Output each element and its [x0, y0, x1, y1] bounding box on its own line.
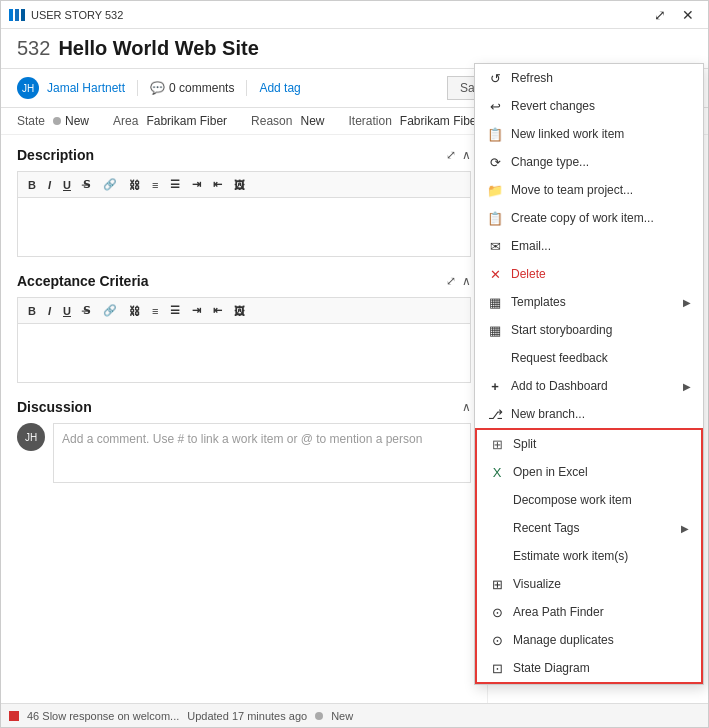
discussion-collapse-icon[interactable]: ∧: [462, 400, 471, 414]
area-value: Fabrikam Fiber: [146, 114, 227, 128]
feedback-icon: [487, 350, 503, 366]
visualize-icon: ⊞: [489, 576, 505, 592]
work-item-title: 532 Hello World Web Site: [17, 37, 692, 60]
estimate-icon: [489, 548, 505, 564]
menu-item-split[interactable]: ⊞ Split: [477, 430, 701, 458]
comments-button[interactable]: 💬 0 comments: [150, 81, 234, 95]
acc-ol-button[interactable]: ☰: [166, 302, 184, 319]
title-bar: USER STORY 532 ⤢ ✕: [1, 1, 708, 29]
menu-item-duplicates[interactable]: ⊙ Manage duplicates: [477, 626, 701, 654]
discussion-avatar: JH: [17, 423, 45, 451]
menu-item-open-excel[interactable]: X Open in Excel: [477, 458, 701, 486]
status-bar: 46 Slow response on welcom... Updated 17…: [1, 703, 708, 727]
acc-ul-button[interactable]: ≡: [148, 303, 162, 319]
comment-count: 0 comments: [169, 81, 234, 95]
indent-button[interactable]: ⇥: [188, 176, 205, 193]
outdent-button[interactable]: ⇤: [209, 176, 226, 193]
resize-icon[interactable]: ⤢: [446, 148, 456, 162]
menu-item-storyboarding[interactable]: ▦ Start storyboarding: [475, 316, 703, 344]
ul-button[interactable]: ≡: [148, 177, 162, 193]
acceptance-collapse-icon[interactable]: ∧: [462, 274, 471, 288]
iteration-value: Fabrikam Fiber: [400, 114, 481, 128]
state-text: New: [65, 114, 89, 128]
menu-label-decompose: Decompose work item: [513, 493, 632, 507]
acceptance-title: Acceptance Criteria: [17, 273, 149, 289]
acc-italic-button[interactable]: I: [44, 303, 55, 319]
create-copy-icon: 📋: [487, 210, 503, 226]
user-name[interactable]: Jamal Hartnett: [47, 81, 125, 95]
menu-label-duplicates: Manage duplicates: [513, 633, 614, 647]
status-indicator: [9, 711, 19, 721]
bold-button[interactable]: B: [24, 177, 40, 193]
area-path-icon: ⊙: [489, 604, 505, 620]
acc-bold-button[interactable]: B: [24, 303, 40, 319]
discussion-input-area: JH Add a comment. Use # to link a work i…: [17, 423, 471, 483]
title-bar-controls: ⤢ ✕: [648, 5, 700, 25]
underline-button[interactable]: U: [59, 177, 75, 193]
menu-item-templates[interactable]: ▦ Templates ▶: [475, 288, 703, 316]
menu-item-estimate[interactable]: Estimate work item(s): [477, 542, 701, 570]
status-updated: Updated 17 minutes ago: [187, 710, 307, 722]
description-editor[interactable]: [17, 197, 471, 257]
menu-label-area-path: Area Path Finder: [513, 605, 604, 619]
menu-item-email[interactable]: ✉ Email...: [475, 232, 703, 260]
area-meta: Area Fabrikam Fiber: [113, 114, 227, 128]
menu-label-revert: Revert changes: [511, 99, 595, 113]
separator2: [246, 80, 247, 96]
menu-item-refresh[interactable]: ↺ Refresh: [475, 64, 703, 92]
recent-tags-arrow: ▶: [681, 523, 689, 534]
avatar: JH: [17, 77, 39, 99]
add-tag-button[interactable]: Add tag: [259, 81, 300, 95]
strikethrough-button[interactable]: S̶: [79, 176, 95, 193]
menu-item-state-diagram[interactable]: ⊡ State Diagram: [477, 654, 701, 682]
maximize-button[interactable]: ⤢: [648, 5, 672, 25]
menu-item-new-branch[interactable]: ⎇ New branch...: [475, 400, 703, 428]
menu-item-decompose[interactable]: Decompose work item: [477, 486, 701, 514]
acc-link2-button[interactable]: ⛓: [125, 303, 144, 319]
menu-item-recent-tags[interactable]: Recent Tags ▶: [477, 514, 701, 542]
title-bar-left: USER STORY 532: [9, 9, 123, 21]
italic-button[interactable]: I: [44, 177, 55, 193]
context-menu: ↺ Refresh ↩ Revert changes 📋 New linked …: [474, 63, 704, 685]
menu-item-new-linked[interactable]: 📋 New linked work item: [475, 120, 703, 148]
acc-image-button[interactable]: 🖼: [230, 303, 249, 319]
acc-underline-button[interactable]: U: [59, 303, 75, 319]
image-button[interactable]: 🖼: [230, 177, 249, 193]
discussion-text-input[interactable]: Add a comment. Use # to link a work item…: [53, 423, 471, 483]
acceptance-editor[interactable]: [17, 323, 471, 383]
menu-item-create-copy[interactable]: 📋 Create copy of work item...: [475, 204, 703, 232]
menu-label-storyboarding: Start storyboarding: [511, 323, 612, 337]
menu-item-feedback[interactable]: Request feedback: [475, 344, 703, 372]
work-item-icon: [9, 9, 25, 21]
acceptance-editor-toolbar: B I U S̶ 🔗 ⛓ ≡ ☰ ⇥ ⇤ 🖼: [17, 297, 471, 323]
change-type-icon: ⟳: [487, 154, 503, 170]
left-panel: Description ⤢ ∧ B I U S̶ 🔗 ⛓ ≡ ☰ ⇥: [1, 135, 488, 703]
acc-strikethrough-button[interactable]: S̶: [79, 302, 95, 319]
menu-item-change-type[interactable]: ⟳ Change type...: [475, 148, 703, 176]
link-button[interactable]: 🔗: [99, 176, 121, 193]
comment-icon: 💬: [150, 81, 165, 95]
acc-link-button[interactable]: 🔗: [99, 302, 121, 319]
acc-indent-button[interactable]: ⇥: [188, 302, 205, 319]
highlighted-menu-group: ⊞ Split X Open in Excel Decompose work i…: [475, 428, 703, 684]
menu-item-move-team[interactable]: 📁 Move to team project...: [475, 176, 703, 204]
excel-icon: X: [489, 464, 505, 480]
templates-arrow: ▶: [683, 297, 691, 308]
close-button[interactable]: ✕: [676, 5, 700, 25]
menu-item-dashboard[interactable]: + Add to Dashboard ▶: [475, 372, 703, 400]
menu-item-area-path[interactable]: ⊙ Area Path Finder: [477, 598, 701, 626]
acceptance-resize-icon[interactable]: ⤢: [446, 274, 456, 288]
menu-label-templates: Templates: [511, 295, 566, 309]
collapse-icon[interactable]: ∧: [462, 148, 471, 162]
move-team-icon: 📁: [487, 182, 503, 198]
menu-item-visualize[interactable]: ⊞ Visualize: [477, 570, 701, 598]
menu-item-delete[interactable]: ✕ Delete: [475, 260, 703, 288]
acc-outdent-button[interactable]: ⇤: [209, 302, 226, 319]
reason-value: New: [300, 114, 324, 128]
menu-label-create-copy: Create copy of work item...: [511, 211, 654, 225]
ol-button[interactable]: ☰: [166, 176, 184, 193]
status-state: New: [331, 710, 353, 722]
menu-label-recent-tags: Recent Tags: [513, 521, 580, 535]
menu-item-revert[interactable]: ↩ Revert changes: [475, 92, 703, 120]
link2-button[interactable]: ⛓: [125, 177, 144, 193]
